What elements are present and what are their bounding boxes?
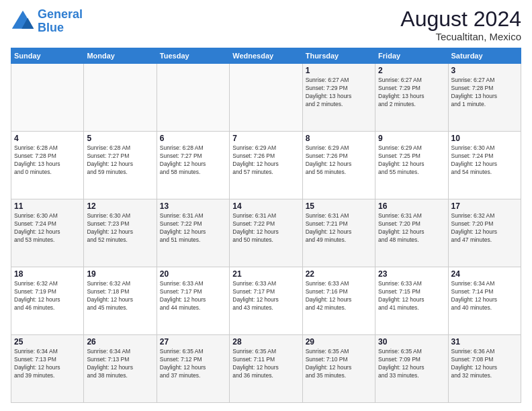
calendar-cell: 8Sunrise: 6:29 AMSunset: 7:26 PMDaylight… <box>302 132 375 199</box>
week-row-3: 11Sunrise: 6:30 AMSunset: 7:24 PMDayligh… <box>11 199 521 267</box>
day-number: 30 <box>378 337 445 347</box>
day-number: 25 <box>14 337 81 347</box>
day-number: 3 <box>451 66 518 75</box>
day-number: 26 <box>87 337 153 347</box>
day-info: Sunrise: 6:36 AMSunset: 7:08 PMDaylight:… <box>451 348 518 380</box>
calendar-cell: 14Sunrise: 6:31 AMSunset: 7:22 PMDayligh… <box>230 199 302 267</box>
day-number: 6 <box>160 134 226 143</box>
day-number: 27 <box>160 337 226 347</box>
calendar-cell: 13Sunrise: 6:31 AMSunset: 7:22 PMDayligh… <box>157 199 229 267</box>
day-number: 21 <box>232 269 299 279</box>
day-number: 29 <box>306 337 372 347</box>
day-header-friday: Friday <box>375 48 448 64</box>
calendar-cell: 16Sunrise: 6:31 AMSunset: 7:20 PMDayligh… <box>375 199 448 267</box>
day-number: 23 <box>378 269 445 279</box>
day-info: Sunrise: 6:34 AMSunset: 7:13 PMDaylight:… <box>87 348 153 380</box>
day-info: Sunrise: 6:35 AMSunset: 7:11 PMDaylight:… <box>232 348 299 380</box>
calendar-cell: 28Sunrise: 6:35 AMSunset: 7:11 PMDayligh… <box>230 335 302 403</box>
week-row-2: 4Sunrise: 6:28 AMSunset: 7:28 PMDaylight… <box>11 132 521 199</box>
logo-line1: General <box>38 7 83 21</box>
day-info: Sunrise: 6:32 AMSunset: 7:20 PMDaylight:… <box>451 212 518 244</box>
day-number: 4 <box>14 134 81 143</box>
day-info: Sunrise: 6:28 AMSunset: 7:27 PMDaylight:… <box>87 144 153 177</box>
day-number: 10 <box>451 134 518 143</box>
day-info: Sunrise: 6:35 AMSunset: 7:10 PMDaylight:… <box>306 348 372 380</box>
day-info: Sunrise: 6:32 AMSunset: 7:18 PMDaylight:… <box>87 280 153 312</box>
day-number: 7 <box>232 134 299 143</box>
day-number: 5 <box>87 134 153 143</box>
day-number: 31 <box>451 337 518 347</box>
day-info: Sunrise: 6:32 AMSunset: 7:19 PMDaylight:… <box>14 280 81 312</box>
day-header-wednesday: Wednesday <box>230 48 302 64</box>
calendar-cell: 30Sunrise: 6:35 AMSunset: 7:09 PMDayligh… <box>375 335 448 403</box>
day-number: 19 <box>87 269 153 279</box>
calendar-cell: 6Sunrise: 6:28 AMSunset: 7:27 PMDaylight… <box>157 132 229 199</box>
day-info: Sunrise: 6:30 AMSunset: 7:24 PMDaylight:… <box>451 144 518 177</box>
calendar-cell: 12Sunrise: 6:30 AMSunset: 7:23 PMDayligh… <box>84 199 157 267</box>
day-number: 18 <box>14 269 81 279</box>
week-row-4: 18Sunrise: 6:32 AMSunset: 7:19 PMDayligh… <box>11 267 521 335</box>
logo-icon <box>11 9 35 34</box>
day-info: Sunrise: 6:35 AMSunset: 7:09 PMDaylight:… <box>378 348 445 380</box>
calendar-cell: 20Sunrise: 6:33 AMSunset: 7:17 PMDayligh… <box>157 267 229 335</box>
day-info: Sunrise: 6:28 AMSunset: 7:27 PMDaylight:… <box>160 144 226 177</box>
calendar-cell: 11Sunrise: 6:30 AMSunset: 7:24 PMDayligh… <box>11 199 84 267</box>
day-info: Sunrise: 6:30 AMSunset: 7:23 PMDaylight:… <box>87 212 153 244</box>
day-info: Sunrise: 6:29 AMSunset: 7:25 PMDaylight:… <box>378 144 445 177</box>
calendar-cell: 26Sunrise: 6:34 AMSunset: 7:13 PMDayligh… <box>84 335 157 403</box>
calendar-cell: 3Sunrise: 6:27 AMSunset: 7:28 PMDaylight… <box>448 64 521 132</box>
day-info: Sunrise: 6:31 AMSunset: 7:20 PMDaylight:… <box>378 212 445 244</box>
calendar-cell <box>84 64 157 132</box>
day-number: 2 <box>378 66 445 75</box>
logo-text: General Blue <box>38 8 83 35</box>
calendar-cell: 9Sunrise: 6:29 AMSunset: 7:25 PMDaylight… <box>375 132 448 199</box>
calendar-cell: 31Sunrise: 6:36 AMSunset: 7:08 PMDayligh… <box>448 335 521 403</box>
calendar-cell: 27Sunrise: 6:35 AMSunset: 7:12 PMDayligh… <box>157 335 229 403</box>
week-row-1: 1Sunrise: 6:27 AMSunset: 7:29 PMDaylight… <box>11 64 521 132</box>
day-info: Sunrise: 6:31 AMSunset: 7:22 PMDaylight:… <box>232 212 299 244</box>
day-info: Sunrise: 6:31 AMSunset: 7:21 PMDaylight:… <box>306 212 372 244</box>
calendar-cell <box>157 64 229 132</box>
calendar-cell: 15Sunrise: 6:31 AMSunset: 7:21 PMDayligh… <box>302 199 375 267</box>
calendar-cell: 10Sunrise: 6:30 AMSunset: 7:24 PMDayligh… <box>448 132 521 199</box>
day-number: 24 <box>451 269 518 279</box>
day-number: 1 <box>306 66 372 75</box>
calendar-cell: 19Sunrise: 6:32 AMSunset: 7:18 PMDayligh… <box>84 267 157 335</box>
day-number: 22 <box>306 269 372 279</box>
calendar-cell: 18Sunrise: 6:32 AMSunset: 7:19 PMDayligh… <box>11 267 84 335</box>
day-info: Sunrise: 6:34 AMSunset: 7:13 PMDaylight:… <box>14 348 81 380</box>
calendar-cell <box>230 64 302 132</box>
day-info: Sunrise: 6:30 AMSunset: 7:24 PMDaylight:… <box>14 212 81 244</box>
location-title: Tecualtitan, Mexico <box>400 31 521 42</box>
day-number: 9 <box>378 134 445 143</box>
logo-line2: Blue <box>38 21 64 34</box>
week-row-5: 25Sunrise: 6:34 AMSunset: 7:13 PMDayligh… <box>11 335 521 403</box>
day-info: Sunrise: 6:33 AMSunset: 7:17 PMDaylight:… <box>160 280 226 312</box>
calendar-cell: 7Sunrise: 6:29 AMSunset: 7:26 PMDaylight… <box>230 132 302 199</box>
day-number: 17 <box>451 201 518 211</box>
calendar-header-row: SundayMondayTuesdayWednesdayThursdayFrid… <box>11 48 521 64</box>
calendar-cell: 17Sunrise: 6:32 AMSunset: 7:20 PMDayligh… <box>448 199 521 267</box>
month-title: August 2024 <box>400 8 521 30</box>
day-header-saturday: Saturday <box>448 48 521 64</box>
calendar-cell: 29Sunrise: 6:35 AMSunset: 7:10 PMDayligh… <box>302 335 375 403</box>
day-info: Sunrise: 6:31 AMSunset: 7:22 PMDaylight:… <box>160 212 226 244</box>
logo: General Blue <box>11 8 83 35</box>
day-info: Sunrise: 6:27 AMSunset: 7:29 PMDaylight:… <box>306 77 372 109</box>
page: General Blue August 2024 Tecualtitan, Me… <box>0 0 532 411</box>
calendar-cell: 24Sunrise: 6:34 AMSunset: 7:14 PMDayligh… <box>448 267 521 335</box>
day-number: 12 <box>87 201 153 211</box>
day-header-monday: Monday <box>84 48 157 64</box>
day-number: 14 <box>232 201 299 211</box>
day-info: Sunrise: 6:34 AMSunset: 7:14 PMDaylight:… <box>451 280 518 312</box>
calendar-cell: 21Sunrise: 6:33 AMSunset: 7:17 PMDayligh… <box>230 267 302 335</box>
calendar-cell: 23Sunrise: 6:33 AMSunset: 7:15 PMDayligh… <box>375 267 448 335</box>
day-header-thursday: Thursday <box>302 48 375 64</box>
calendar-cell <box>11 64 84 132</box>
day-header-sunday: Sunday <box>11 48 84 64</box>
day-number: 8 <box>306 134 372 143</box>
day-info: Sunrise: 6:33 AMSunset: 7:16 PMDaylight:… <box>306 280 372 312</box>
day-number: 11 <box>14 201 81 211</box>
day-info: Sunrise: 6:28 AMSunset: 7:28 PMDaylight:… <box>14 144 81 177</box>
day-info: Sunrise: 6:33 AMSunset: 7:15 PMDaylight:… <box>378 280 445 312</box>
